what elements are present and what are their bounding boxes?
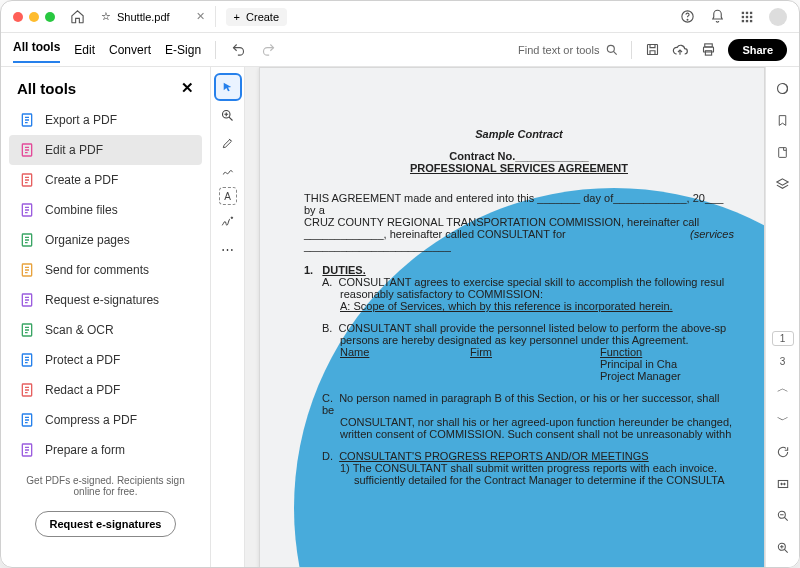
sidebar-item-send-for-comments[interactable]: Send for comments bbox=[9, 255, 202, 285]
svg-rect-5 bbox=[742, 15, 744, 17]
col-name: Name bbox=[340, 346, 470, 358]
doc-sec1-num: 1. bbox=[304, 264, 313, 276]
notifications-icon[interactable] bbox=[709, 9, 725, 25]
highlight-tool-icon[interactable] bbox=[216, 131, 240, 155]
tools-sidebar: All tools ✕ Export a PDFEdit a PDFCreate… bbox=[1, 67, 211, 568]
sidebar-item-label: Create a PDF bbox=[45, 173, 118, 187]
doc-d-text1: 1) The CONSULTANT shall submit written p… bbox=[340, 462, 734, 474]
sidebar-item-label: Protect a PDF bbox=[45, 353, 120, 367]
zoom-out-icon[interactable] bbox=[772, 505, 794, 527]
close-tab-icon[interactable]: ✕ bbox=[196, 10, 205, 23]
sidebar-item-label: Redact a PDF bbox=[45, 383, 120, 397]
svg-rect-15 bbox=[705, 51, 711, 55]
layers-icon[interactable] bbox=[772, 173, 794, 195]
page-thumbnails-icon[interactable] bbox=[772, 141, 794, 163]
zoom-tool-icon[interactable] bbox=[216, 103, 240, 127]
tab-all-tools[interactable]: All tools bbox=[13, 36, 60, 63]
rotate-icon[interactable] bbox=[772, 441, 794, 463]
col-firm: Firm bbox=[470, 346, 600, 358]
home-icon[interactable] bbox=[69, 9, 85, 25]
zoom-in-icon[interactable] bbox=[772, 537, 794, 559]
svg-rect-3 bbox=[746, 11, 748, 13]
current-page-input[interactable]: 1 bbox=[772, 331, 794, 346]
doc-d-text2: sufficiently detailed for the Contract M… bbox=[354, 474, 734, 486]
tab-convert[interactable]: Convert bbox=[109, 39, 151, 61]
document-viewport[interactable]: Sample Contract Contract No.____________… bbox=[245, 67, 765, 568]
user-avatar[interactable] bbox=[769, 8, 787, 26]
close-sidebar-icon[interactable]: ✕ bbox=[181, 79, 194, 97]
sidebar-footer-text: Get PDFs e-signed. Recipients sign onlin… bbox=[9, 465, 202, 507]
save-icon[interactable] bbox=[644, 42, 660, 58]
cloud-upload-icon[interactable] bbox=[672, 42, 688, 58]
find-tool[interactable]: Find text or tools bbox=[518, 43, 619, 57]
help-icon[interactable] bbox=[679, 9, 695, 25]
svg-point-11 bbox=[608, 45, 615, 52]
svg-point-1 bbox=[687, 19, 688, 20]
tool-icon bbox=[19, 172, 35, 188]
tab-esign[interactable]: E-Sign bbox=[165, 39, 201, 61]
select-tool-icon[interactable] bbox=[216, 75, 240, 99]
close-window-button[interactable] bbox=[13, 12, 23, 22]
sidebar-item-combine-files[interactable]: Combine files bbox=[9, 195, 202, 225]
window-titlebar: ☆ Shuttle.pdf ✕ + Create bbox=[1, 1, 799, 33]
panel-toggle-icon[interactable] bbox=[772, 77, 794, 99]
sidebar-item-label: Organize pages bbox=[45, 233, 130, 247]
apps-grid-icon[interactable] bbox=[739, 9, 755, 25]
sidebar-item-edit-a-pdf[interactable]: Edit a PDF bbox=[9, 135, 202, 165]
print-icon[interactable] bbox=[700, 42, 716, 58]
sidebar-item-label: Combine files bbox=[45, 203, 118, 217]
tool-icon bbox=[19, 412, 35, 428]
minimize-window-button[interactable] bbox=[29, 12, 39, 22]
sidebar-item-label: Send for comments bbox=[45, 263, 149, 277]
doc-c-text2: CONSULTANT, nor shall his or her agreed-… bbox=[340, 416, 734, 428]
doc-a-text1: CONSULTANT agrees to exercise special sk… bbox=[339, 276, 725, 288]
sidebar-item-label: Edit a PDF bbox=[45, 143, 103, 157]
sidebar-item-create-a-pdf[interactable]: Create a PDF bbox=[9, 165, 202, 195]
plus-icon: + bbox=[234, 11, 240, 23]
sidebar-item-label: Prepare a form bbox=[45, 443, 125, 457]
doc-a-label: A. bbox=[322, 276, 332, 288]
tool-icon bbox=[19, 382, 35, 398]
doc-para1b: CRUZ COUNTY REGIONAL TRANSPORTATION COMM… bbox=[304, 216, 734, 228]
maximize-window-button[interactable] bbox=[45, 12, 55, 22]
sidebar-item-scan-ocr[interactable]: Scan & OCR bbox=[9, 315, 202, 345]
sidebar-item-compress-a-pdf[interactable]: Compress a PDF bbox=[9, 405, 202, 435]
doc-a-text3: A: Scope of Services, which by this refe… bbox=[340, 300, 673, 312]
undo-icon[interactable] bbox=[230, 42, 246, 58]
star-icon[interactable]: ☆ bbox=[101, 10, 111, 23]
tool-icon bbox=[19, 232, 35, 248]
doc-b-text1: CONSULTANT shall provide the personnel l… bbox=[339, 322, 727, 334]
request-esignatures-button[interactable]: Request e-signatures bbox=[35, 511, 177, 537]
redo-icon[interactable] bbox=[260, 42, 276, 58]
create-tab-button[interactable]: + Create bbox=[226, 8, 287, 26]
fit-width-icon[interactable] bbox=[772, 473, 794, 495]
draw-tool-icon[interactable] bbox=[216, 159, 240, 183]
tab-title: Shuttle.pdf bbox=[117, 11, 170, 23]
sidebar-item-organize-pages[interactable]: Organize pages bbox=[9, 225, 202, 255]
sidebar-item-redact-a-pdf[interactable]: Redact a PDF bbox=[9, 375, 202, 405]
bookmark-icon[interactable] bbox=[772, 109, 794, 131]
page-up-icon[interactable]: ︿ bbox=[772, 377, 794, 399]
text-box-tool-icon[interactable]: A bbox=[219, 187, 237, 205]
svg-rect-4 bbox=[750, 11, 752, 13]
sidebar-item-protect-a-pdf[interactable]: Protect a PDF bbox=[9, 345, 202, 375]
svg-rect-6 bbox=[746, 15, 748, 17]
doc-contract-no: Contract No.____________ bbox=[304, 150, 734, 162]
sidebar-item-prepare-a-form[interactable]: Prepare a form bbox=[9, 435, 202, 465]
pdf-page: Sample Contract Contract No.____________… bbox=[259, 67, 765, 568]
document-tab[interactable]: ☆ Shuttle.pdf ✕ bbox=[91, 6, 216, 27]
sidebar-item-label: Export a PDF bbox=[45, 113, 117, 127]
sidebar-item-export-a-pdf[interactable]: Export a PDF bbox=[9, 105, 202, 135]
svg-point-29 bbox=[231, 217, 233, 219]
svg-rect-2 bbox=[742, 11, 744, 13]
doc-b-text2: persons are hereby designated as key per… bbox=[340, 334, 734, 346]
search-icon bbox=[605, 43, 619, 57]
sidebar-item-label: Request e-signatures bbox=[45, 293, 159, 307]
tool-icon bbox=[19, 352, 35, 368]
sidebar-item-request-e-signatures[interactable]: Request e-signatures bbox=[9, 285, 202, 315]
tab-edit[interactable]: Edit bbox=[74, 39, 95, 61]
sign-tool-icon[interactable] bbox=[216, 209, 240, 233]
page-down-icon[interactable]: ﹀ bbox=[772, 409, 794, 431]
share-button[interactable]: Share bbox=[728, 39, 787, 61]
more-tools-icon[interactable]: ⋯ bbox=[216, 237, 240, 261]
